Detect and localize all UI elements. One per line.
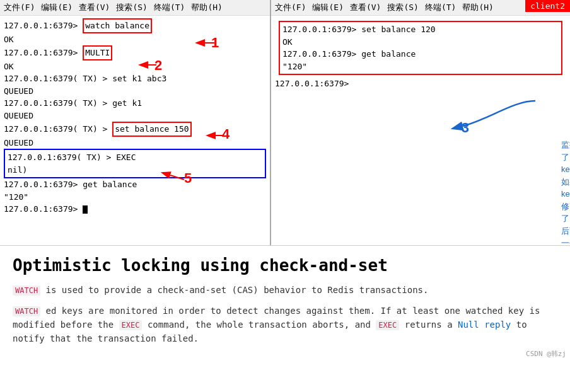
chinese-line-2: 一个事务的执行失效 [561, 237, 570, 245]
number-1: 1 [211, 35, 219, 51]
bottom-section: Optimistic locking using check-and-set W… [0, 246, 570, 362]
right-plain-line: 127.0.0.1:6379> [275, 78, 566, 90]
multi-highlight: MULTI [83, 45, 112, 61]
left-menu-bar[interactable]: 文件(F) 编辑(E) 查看(V) 搜索(S) 终端(T) 帮助(H) [0, 0, 270, 16]
terminal-balance-value: "120" [4, 191, 266, 204]
cursor [83, 205, 88, 214]
set-balance-150-highlight: set balance 150 [112, 122, 191, 137]
menu-edit-right[interactable]: 编辑(E) [312, 2, 343, 13]
menu-help-left[interactable]: 帮助(H) [191, 2, 222, 13]
right-terminal-body: 127.0.0.1:6379> set balance 120 OK 127.0… [271, 16, 570, 93]
right-line-3: 127.0.0.1:6379> get balance [282, 48, 559, 61]
exec-code-1: EXEC [119, 320, 142, 330]
terminal-line-ok2: OK [4, 61, 266, 73]
nil-line: nil) [8, 164, 262, 176]
terminal-queued-2: QUEUED [4, 110, 266, 122]
exec-nil-block: 127.0.0.1:6379( TX) > EXEC nil) [4, 149, 266, 178]
null-reply-link[interactable]: Null reply [458, 320, 511, 330]
top-section: 文件(F) 编辑(E) 查看(V) 搜索(S) 终端(T) 帮助(H) 127.… [0, 0, 570, 246]
menu-edit-left[interactable]: 编辑(E) [41, 2, 72, 13]
para-3-before: returns a [405, 320, 458, 330]
number-4-label: 4 [222, 126, 230, 142]
panel-right: client2 文件(F) 编辑(E) 查看(V) 搜索(S) 终端(T) 帮助… [271, 0, 570, 245]
chinese-annotation: 监控了key，如果key被修改了，后面 一个事务的执行失效 [561, 139, 570, 245]
number-3-label: 3 [462, 120, 469, 136]
menu-terminal-left[interactable]: 终端(T) [154, 2, 185, 13]
prompt-2: 127.0.0.1:6379> [4, 48, 83, 57]
terminal-line-2: 127.0.0.1:6379> MULTI [4, 45, 266, 61]
page-title: Optimistic locking using check-and-set [13, 256, 557, 275]
menu-search-right[interactable]: 搜索(S) [387, 2, 418, 13]
menu-file-left[interactable]: 文件(F) [4, 2, 35, 13]
watch-code-2: WATCH [13, 306, 40, 316]
csdn-watermark: CSDN @韩zj [526, 349, 566, 360]
right-line-1: 127.0.0.1:6379> set balance 120 [282, 23, 559, 36]
right-annotation-box: 127.0.0.1:6379> set balance 120 OK 127.0… [279, 21, 562, 75]
right-line-4: "120" [282, 61, 559, 73]
terminal-line-ok1: OK [4, 33, 266, 46]
number-5-label: 5 [184, 170, 192, 187]
left-terminal-body: 127.0.0.1:6379> watch balance OK 127.0.0… [0, 16, 270, 218]
watch-balance-highlight: watch balance [83, 18, 152, 33]
terminal-line-get-k1: 127.0.0.1:6379( TX) > get k1 [4, 97, 266, 110]
terminal-get-balance: 127.0.0.1:6379> get balance [4, 178, 266, 191]
prompt-1: 127.0.0.1:6379> [4, 21, 83, 30]
chinese-line-1: 监控了key，如果key被修改了，后面 [561, 139, 570, 237]
terminal-line-1: 127.0.0.1:6379> watch balance [4, 18, 266, 33]
menu-terminal-right[interactable]: 终端(T) [425, 2, 456, 13]
panel-left: 文件(F) 编辑(E) 查看(V) 搜索(S) 终端(T) 帮助(H) 127.… [0, 0, 271, 245]
para-1-text: is used to provide a check-and-set (CAS)… [46, 285, 429, 295]
exec-line: 127.0.0.1:6379( TX) > EXEC [8, 151, 262, 164]
number-2: 2 [154, 57, 162, 74]
terminal-line-set-k1: 127.0.0.1:6379( TX) > set k1 abc3 [4, 72, 266, 85]
right-line-2: OK [282, 36, 559, 49]
terminal-final-prompt: 127.0.0.1:6379> [4, 203, 266, 216]
menu-search-left[interactable]: 搜索(S) [116, 2, 147, 13]
client2-label: client2 [525, 0, 570, 12]
menu-view-right[interactable]: 查看(V) [350, 2, 381, 13]
prompt-tx: 127.0.0.1:6379( TX) > [4, 124, 112, 134]
menu-view-left[interactable]: 查看(V) [79, 2, 110, 13]
watch-code-1: WATCH [13, 285, 40, 296]
menu-help-right[interactable]: 帮助(H) [462, 2, 493, 13]
terminal-queued-1: QUEUED [4, 85, 266, 98]
para-1: WATCH is used to provide a check-and-set… [13, 283, 557, 297]
para-2: WATCH ed keys are monitored in order to … [13, 304, 557, 346]
blue-arrow-3 [438, 88, 564, 139]
para-2-text-middle: command, the whole transaction aborts, a… [142, 320, 376, 330]
menu-file-right[interactable]: 文件(F) [275, 2, 306, 13]
exec-code-2: EXEC [376, 320, 399, 330]
